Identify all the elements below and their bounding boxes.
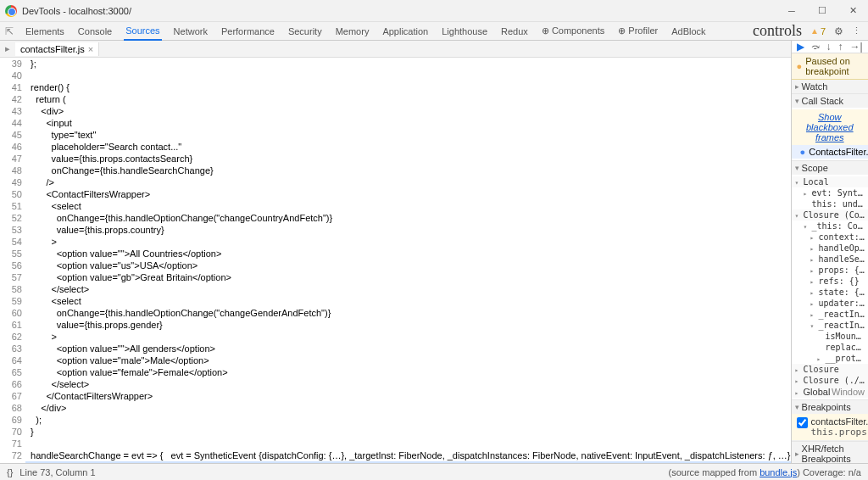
tab-application[interactable]: Application bbox=[381, 22, 430, 41]
main-area: ▸ contactsFilter.js × 394041424344454647… bbox=[0, 41, 868, 463]
watch-section[interactable]: Watch bbox=[792, 80, 868, 93]
file-tab-label: contactsFilter.js bbox=[20, 44, 85, 54]
minimize-button[interactable]: ─ bbox=[776, 0, 807, 22]
bracket-icon[interactable]: {} bbox=[7, 467, 13, 477]
more-icon[interactable]: ⋮ bbox=[852, 25, 861, 36]
scope-local[interactable]: Local bbox=[792, 176, 868, 187]
scope-rii[interactable]: _reactInternalInstance: {_processChildCo… bbox=[792, 320, 868, 331]
chrome-icon bbox=[5, 5, 17, 17]
blackboxed-link[interactable]: Show blackboxed frames bbox=[792, 109, 868, 145]
tab-profiler[interactable]: ⊕ Profiler bbox=[616, 22, 659, 41]
warnings-badge[interactable]: 7 bbox=[810, 26, 826, 36]
scope-proto[interactable]: __proto__: Component bbox=[792, 353, 868, 364]
status-bar: {} Line 73, Column 1 (source mapped from… bbox=[0, 463, 868, 480]
breakpoint-code: this.props.searchContacts(evt.currentTar… bbox=[811, 427, 868, 438]
tab-redux[interactable]: Redux bbox=[499, 22, 530, 41]
resume-icon[interactable]: ▶ bbox=[797, 41, 804, 53]
step-into-icon[interactable]: ↓ bbox=[826, 41, 832, 53]
file-tab-bar: ▸ contactsFilter.js × bbox=[0, 41, 791, 58]
tab-sources[interactable]: Sources bbox=[124, 22, 161, 41]
code-area[interactable]: }; render() { return ( <div> <input type… bbox=[25, 58, 791, 463]
tab-performance[interactable]: Performance bbox=[220, 22, 276, 41]
navigator-icon[interactable]: ▸ bbox=[0, 43, 15, 54]
scope-this[interactable]: this: undefined bbox=[792, 198, 868, 209]
devtools-tabs: ⇱ Elements Console Sources Network Perfo… bbox=[0, 22, 868, 41]
tab-elements[interactable]: Elements bbox=[24, 22, 66, 41]
scope-props[interactable]: props: {contactsSearch: "", country: "",… bbox=[792, 265, 868, 276]
titlebar[interactable]: DevTools - localhost:3000/ ─ ☐ ✕ bbox=[0, 0, 868, 22]
scope-section[interactable]: Scope bbox=[792, 161, 868, 175]
scope-refs[interactable]: refs: {} bbox=[792, 276, 868, 287]
controls-title: controls bbox=[753, 22, 802, 40]
element-selector-icon[interactable]: ⇱ bbox=[5, 25, 14, 37]
tab-security[interactable]: Security bbox=[287, 22, 324, 41]
call-frame[interactable]: ContactsFilter._this.handleSearchChange … bbox=[792, 145, 868, 159]
scope-updater[interactable]: updater: {isMounted: ƒ, enqueueSetState:… bbox=[792, 298, 868, 309]
line-gutter[interactable]: 3940414243444546474849505152535455565758… bbox=[0, 58, 25, 463]
tab-lighthouse[interactable]: Lighthouse bbox=[440, 22, 489, 41]
maximize-button[interactable]: ☐ bbox=[807, 0, 837, 22]
close-icon[interactable]: × bbox=[88, 44, 93, 54]
frame-name: ContactsFilter._this.handleSearchChange bbox=[809, 147, 868, 157]
step-over-icon[interactable]: ⤼ bbox=[811, 41, 820, 53]
scope-rps[interactable]: replaceState: (...) bbox=[792, 342, 868, 353]
file-tab[interactable]: contactsFilter.js × bbox=[15, 42, 99, 56]
tab-memory[interactable]: Memory bbox=[334, 22, 371, 41]
scope-thiscf[interactable]: _this: ContactsFilter bbox=[792, 220, 868, 232]
scope-hoc[interactable]: handleOptionChange: ƒ (option) bbox=[792, 243, 868, 254]
breakpoint-checkbox[interactable] bbox=[797, 417, 808, 428]
scope-hsc[interactable]: handleSearchChange: ƒ (evt) bbox=[792, 254, 868, 265]
window-title: DevTools - localhost:3000/ bbox=[22, 6, 131, 16]
scope-context[interactable]: context: {} bbox=[792, 232, 868, 243]
tab-console[interactable]: Console bbox=[76, 22, 114, 41]
scope-global[interactable]: Global Window bbox=[792, 386, 868, 398]
debugger-toolbar: ▶ ⤼ ↓ ↑ →| ⦿ ⏸ bbox=[792, 41, 868, 53]
paused-banner: Paused on breakpoint bbox=[792, 53, 868, 80]
xhr-section[interactable]: XHR/fetch Breakpoints bbox=[792, 442, 868, 463]
scope-state[interactable]: state: {old: 30} bbox=[792, 287, 868, 298]
tab-adblock[interactable]: AdBlock bbox=[670, 22, 707, 41]
debugger-sidebar: ▶ ⤼ ↓ ↑ →| ⦿ ⏸ Paused on breakpoint Watc… bbox=[791, 41, 868, 463]
tab-components[interactable]: ⊕ Components bbox=[540, 22, 606, 41]
scope-closure1[interactable]: Closure (ContactsFilter) bbox=[792, 209, 868, 220]
window-buttons: ─ ☐ ✕ bbox=[776, 0, 868, 22]
code-editor[interactable]: 3940414243444546474849505152535455565758… bbox=[0, 58, 791, 463]
cursor-position: Line 73, Column 1 bbox=[19, 467, 95, 477]
breakpoint-file: contactsFilter.js:73 bbox=[811, 416, 868, 427]
close-button[interactable]: ✕ bbox=[837, 0, 868, 22]
step-icon[interactable]: →| bbox=[850, 41, 863, 53]
scope-ism[interactable]: isMounted: (...) bbox=[792, 331, 868, 342]
callstack-section[interactable]: Call Stack bbox=[792, 94, 868, 108]
status-right: (source mapped from bundle.js) Coverage:… bbox=[669, 467, 861, 477]
scope-rif[interactable]: _reactInternalFiber: FiberNode {tag: 1, … bbox=[792, 309, 868, 320]
breakpoint-item[interactable]: contactsFilter.js:73 this.props.searchCo… bbox=[792, 414, 868, 441]
breakpoints-section[interactable]: Breakpoints bbox=[792, 400, 868, 414]
tab-network[interactable]: Network bbox=[172, 22, 209, 41]
scope-evt[interactable]: evt: SyntheticEvent {dispatchConfig: {…}… bbox=[792, 187, 868, 198]
settings-icon[interactable]: ⚙ bbox=[834, 25, 843, 37]
scope-closure3[interactable]: Closure (./src/components/contactsList/c… bbox=[792, 375, 868, 386]
step-out-icon[interactable]: ↑ bbox=[838, 41, 843, 53]
scope-closure2[interactable]: Closure bbox=[792, 364, 868, 375]
